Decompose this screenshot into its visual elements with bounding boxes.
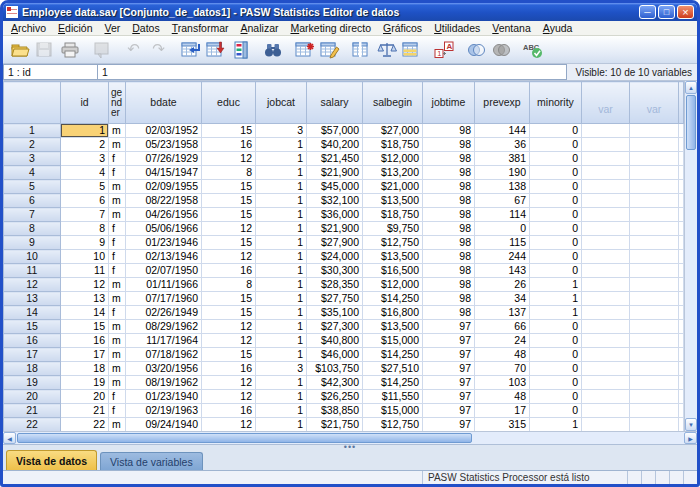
row-header-10[interactable]: 10	[4, 250, 61, 264]
split-file-icon[interactable]	[349, 38, 374, 61]
data-cell[interactable]: 3	[61, 152, 109, 166]
data-cell[interactable]: 138	[475, 180, 530, 194]
spell-check-icon[interactable]: ABC	[520, 38, 545, 61]
insert-variable-icon[interactable]	[317, 38, 342, 61]
minimize-button-icon[interactable]	[639, 5, 656, 19]
data-cell[interactable]: 98	[423, 278, 475, 292]
goto-variable-icon[interactable]	[203, 38, 228, 61]
menu-archivo[interactable]: Archivo	[5, 22, 52, 34]
data-cell[interactable]: 98	[423, 124, 475, 138]
data-cell[interactable]: 05/23/1958	[126, 138, 202, 152]
data-cell[interactable]: 08/19/1962	[126, 376, 202, 390]
data-cell[interactable]: 16	[61, 334, 109, 348]
menu-edicion[interactable]: Edición	[52, 22, 98, 34]
data-cell[interactable]: 1	[256, 404, 307, 418]
data-cell[interactable]: 15	[202, 124, 256, 138]
data-cell[interactable]: $9,750	[363, 222, 423, 236]
data-cell[interactable]: 1	[256, 348, 307, 362]
data-cell[interactable]: 97	[423, 390, 475, 404]
data-cell[interactable]: 3	[256, 124, 307, 138]
data-cell[interactable]: f	[109, 390, 126, 404]
data-cell[interactable]: 1	[256, 376, 307, 390]
data-cell[interactable]	[582, 264, 630, 278]
data-cell[interactable]: $57,000	[307, 124, 363, 138]
data-cell[interactable]: $24,000	[307, 250, 363, 264]
data-cell[interactable]	[582, 348, 630, 362]
data-cell[interactable]: f	[109, 306, 126, 320]
data-cell[interactable]: 1	[256, 208, 307, 222]
data-cell[interactable]: 02/26/1949	[126, 306, 202, 320]
row-header-12[interactable]: 12	[4, 278, 61, 292]
data-cell[interactable]: m	[109, 138, 126, 152]
data-cell[interactable]: 0	[530, 390, 582, 404]
data-cell[interactable]: 12	[202, 334, 256, 348]
data-cell[interactable]	[582, 376, 630, 390]
data-cell[interactable]: 1	[530, 306, 582, 320]
data-cell[interactable]	[630, 404, 679, 418]
data-cell[interactable]: m	[109, 194, 126, 208]
find-icon[interactable]	[260, 38, 285, 61]
data-cell[interactable]: 3	[256, 362, 307, 376]
row-header-4[interactable]: 4	[4, 166, 61, 180]
show-all-variables-icon[interactable]	[488, 38, 513, 61]
data-cell[interactable]	[630, 166, 679, 180]
menu-datos[interactable]: Datos	[126, 22, 165, 34]
data-cell[interactable]	[630, 376, 679, 390]
data-cell[interactable]: 15	[202, 180, 256, 194]
row-header-11[interactable]: 11	[4, 264, 61, 278]
data-cell[interactable]: 0	[530, 166, 582, 180]
tab-vista-de-variables[interactable]: Vista de variables	[100, 452, 203, 470]
column-header-var-10[interactable]: var	[582, 82, 630, 124]
data-cell[interactable]: 6	[61, 194, 109, 208]
data-cell[interactable]: 97	[423, 334, 475, 348]
data-cell[interactable]	[582, 152, 630, 166]
data-cell[interactable]: 0	[530, 236, 582, 250]
data-cell[interactable]: $14,250	[363, 292, 423, 306]
column-header-salary[interactable]: salary	[307, 82, 363, 124]
data-cell[interactable]: 381	[475, 152, 530, 166]
data-cell[interactable]: 244	[475, 250, 530, 264]
data-cell[interactable]: 97	[423, 362, 475, 376]
row-header-20[interactable]: 20	[4, 390, 61, 404]
data-cell[interactable]: 1	[256, 166, 307, 180]
data-cell[interactable]: $46,000	[307, 348, 363, 362]
data-cell[interactable]: 97	[423, 404, 475, 418]
data-cell[interactable]: 18	[61, 362, 109, 376]
data-cell[interactable]: $15,000	[363, 404, 423, 418]
data-cell[interactable]	[630, 418, 679, 432]
data-cell[interactable]	[582, 418, 630, 432]
data-cell[interactable]: 98	[423, 264, 475, 278]
data-cell[interactable]: 4	[61, 166, 109, 180]
menu-graficos[interactable]: Gráficos	[377, 22, 428, 34]
data-cell[interactable]: 1	[530, 292, 582, 306]
data-cell[interactable]: 22	[61, 418, 109, 432]
data-cell[interactable]: m	[109, 124, 126, 138]
data-cell[interactable]: 1	[256, 264, 307, 278]
row-header-16[interactable]: 16	[4, 334, 61, 348]
data-cell[interactable]: $12,000	[363, 152, 423, 166]
data-cell[interactable]: 34	[475, 292, 530, 306]
data-cell[interactable]: 0	[530, 334, 582, 348]
data-cell[interactable]: 15	[202, 208, 256, 222]
data-cell[interactable]: 1	[256, 306, 307, 320]
data-cell[interactable]: 12	[202, 222, 256, 236]
data-cell[interactable]: 1	[256, 418, 307, 432]
data-cell[interactable]: 02/13/1946	[126, 250, 202, 264]
data-cell[interactable]: 15	[202, 194, 256, 208]
data-cell[interactable]: 2	[61, 138, 109, 152]
data-cell[interactable]	[630, 362, 679, 376]
data-cell[interactable]: 01/23/1946	[126, 236, 202, 250]
data-cell[interactable]: 15	[202, 348, 256, 362]
data-cell[interactable]	[630, 334, 679, 348]
menu-ventana[interactable]: Ventana	[486, 22, 537, 34]
data-cell[interactable]	[582, 320, 630, 334]
menu-ayuda[interactable]: Ayuda	[537, 22, 579, 34]
data-cell[interactable]	[582, 404, 630, 418]
data-cell[interactable]: 07/18/1962	[126, 348, 202, 362]
data-cell[interactable]: 115	[475, 236, 530, 250]
data-cell[interactable]: m	[109, 334, 126, 348]
data-cell[interactable]: 14	[61, 306, 109, 320]
data-cell[interactable]: 98	[423, 236, 475, 250]
data-cell[interactable]: 1	[530, 278, 582, 292]
data-cell[interactable]: $16,800	[363, 306, 423, 320]
